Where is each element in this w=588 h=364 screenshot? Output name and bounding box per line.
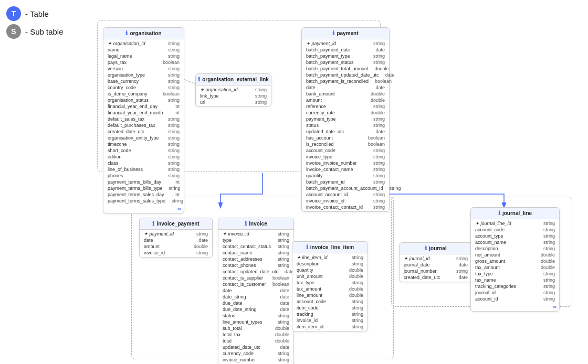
table-row: invoice_invoice_idstring <box>302 198 389 204</box>
table-row: contact_updated_date_utcdate <box>218 269 293 275</box>
table-row: tax_amountdouble <box>471 264 559 271</box>
table-row: batch_payment_total_amountdouble <box>302 66 389 72</box>
table-row: amountdouble <box>140 243 212 250</box>
table-row: invoice_invoice_numberstring <box>302 160 389 166</box>
journal-line-header: ℹ journal_line <box>471 208 559 219</box>
table-row: account_codestring <box>302 147 389 154</box>
table-row: payment_terms_bills_typestring <box>103 185 184 191</box>
table-row: account_typestring <box>471 233 559 239</box>
table-row: quantitydouble <box>292 267 368 273</box>
org-ext-link-body: ✦ organisation_idstring link_typestring … <box>196 85 271 106</box>
table-row: financial_year_end_dayint <box>103 103 184 110</box>
invoice-title: invoice <box>249 221 267 227</box>
table-row: payment_terms_sales_dayint <box>103 191 184 198</box>
table-row: tax_amountdouble <box>292 286 368 292</box>
organisation-table-header: ℹ organisation <box>103 28 184 39</box>
table-row: default_purchases_taxstring <box>103 122 184 129</box>
journal-line-table-footer[interactable]: ✏ <box>471 303 559 311</box>
table-row: line_amountdouble <box>292 292 368 298</box>
info-icon4: ℹ <box>152 220 154 227</box>
table-row: invoice_contact_contact_idstring <box>302 204 389 210</box>
payment-table-header: ℹ payment <box>302 28 389 39</box>
table-row: updated_date_utcdate <box>302 129 389 135</box>
table-row: financial_year_end_monthint <box>103 110 184 116</box>
info-icon5: ℹ <box>245 220 247 227</box>
table-row: urlstring <box>196 99 271 105</box>
table-row: item_item_idstring <box>292 324 368 330</box>
table-row: legal_namestring <box>103 53 184 59</box>
table-row: total_taxdouble <box>218 331 293 338</box>
table-row: date_stringdate <box>218 294 293 300</box>
table-row: ✦ organisation_idstring <box>196 87 271 93</box>
table-row: quantitystring <box>302 173 389 179</box>
invoice-line-item-table: ℹ invoice_line_item ✦ line_item_idstring… <box>292 241 368 331</box>
payment-table-title: payment <box>337 30 358 36</box>
journal-table: ℹ journal ✦ journal_idstring journal_dat… <box>399 242 472 282</box>
table-row: contact_phonesstring <box>218 262 293 269</box>
table-row: net_amountdouble <box>471 252 559 258</box>
table-row: statusstring <box>218 313 293 319</box>
invoice-line-item-body: ✦ line_item_idstring descriptionstring q… <box>292 253 368 331</box>
table-row: batch_payment_account_account_idstring <box>302 185 389 191</box>
info-icon2: ℹ <box>198 76 200 83</box>
table-row: invoice_idstring <box>292 317 368 324</box>
organisation-table: ℹ organisation ✦ organisation_idstring n… <box>103 27 184 213</box>
table-row: trackingstring <box>292 311 368 317</box>
table-row: namestring <box>103 47 184 53</box>
legend-table: T - Table <box>6 6 64 21</box>
table-row: currency_ratedouble <box>302 110 389 116</box>
table-row: gross_amountdouble <box>471 258 559 264</box>
invoice-line-item-title: invoice_line_item <box>310 244 354 250</box>
table-row: batch_payment_updated_date_utcdate <box>302 72 389 78</box>
table-row: timezonestring <box>103 141 184 147</box>
journal-header: ℹ journal <box>400 243 472 254</box>
invoice-header: ℹ invoice <box>218 218 293 230</box>
table-row: tax_typestring <box>292 280 368 286</box>
table-row: line_amount_typesstring <box>218 319 293 325</box>
table-row: datedate <box>218 287 293 294</box>
organisation-external-link-table: ℹ organisation_external_link ✦ organisat… <box>195 73 271 107</box>
table-row: invoice_typestring <box>302 154 389 160</box>
table-row: payment_terms_bills_dayint <box>103 179 184 185</box>
journal-title: journal <box>429 245 446 251</box>
invoice-payment-body: ✦ payment_idstring datedate amountdouble… <box>140 230 212 257</box>
table-row: ✦ payment_idstring <box>140 231 212 237</box>
table-label: - Table <box>25 9 49 18</box>
table-row: ✦ organisation_idstring <box>103 40 184 47</box>
table-row: referencestring <box>302 103 389 110</box>
table-row: organisation_entity_typestring <box>103 135 184 141</box>
organisation-table-footer[interactable]: ✏ <box>103 205 184 213</box>
table-row: totaldouble <box>218 338 293 344</box>
table-row: amountdouble <box>302 97 389 103</box>
table-row: created_date_utcdate <box>400 274 472 281</box>
table-row: tracking_categoriesstring <box>471 283 559 290</box>
table-row: created_date_utcstring <box>103 129 184 135</box>
table-row: item_codestring <box>292 305 368 311</box>
journal-line-title: journal_line <box>502 210 532 216</box>
table-row: organisation_typestring <box>103 72 184 78</box>
table-row: contact_addressesstring <box>218 256 293 262</box>
table-row: tax_typestring <box>471 271 559 277</box>
table-row: link_typestring <box>196 93 271 99</box>
table-row: descriptionstring <box>292 261 368 267</box>
subtable-label: - Sub table <box>25 27 64 36</box>
info-icon7: ℹ <box>425 245 427 252</box>
table-row: versionstring <box>103 66 184 72</box>
org-ext-link-title: organisation_external_link <box>202 77 269 82</box>
table-row: account_codestring <box>292 298 368 305</box>
table-row: datedate <box>302 84 389 91</box>
payment-table-body: ✦ payment_idstring batch_payment_datedat… <box>302 39 389 211</box>
table-row: sub_totaldouble <box>218 325 293 331</box>
subtable-icon: S <box>6 24 21 39</box>
invoice-payment-title: invoice_payment <box>156 221 199 227</box>
table-row: phonesstring <box>103 173 184 179</box>
table-row: ✦ invoice_idstring <box>218 231 293 237</box>
table-row: batch_payment_is_reconciledboolean <box>302 78 389 84</box>
invoice-line-item-header: ℹ invoice_line_item <box>292 242 368 253</box>
legend: T - Table S - Sub table <box>6 6 64 39</box>
legend-subtable: S - Sub table <box>6 24 64 39</box>
invoice-table: ℹ invoice ✦ invoice_idstring typestring … <box>218 218 294 364</box>
table-row: typestring <box>218 237 293 243</box>
table-row: invoice_idstring <box>140 250 212 256</box>
table-row: contact_namestring <box>218 250 293 256</box>
